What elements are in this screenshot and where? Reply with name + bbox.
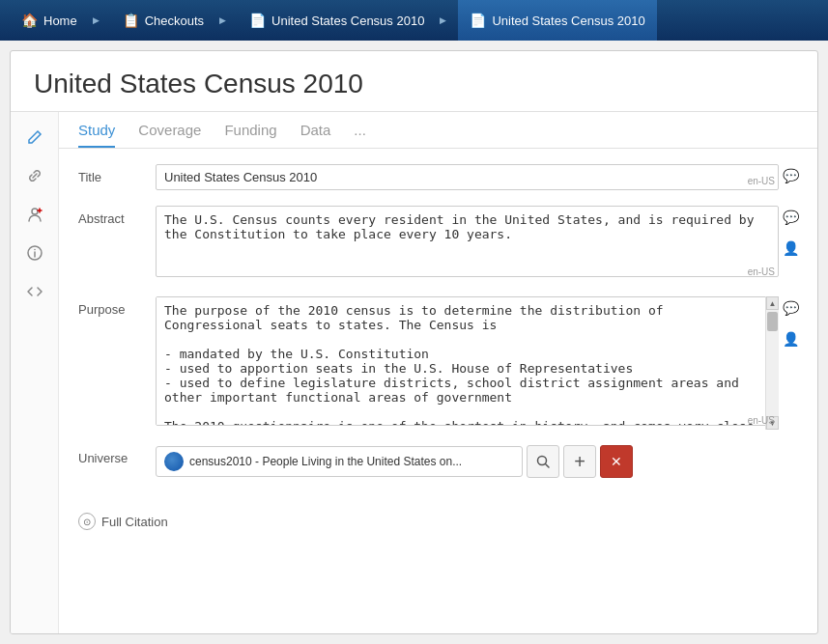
tab-more[interactable]: ...: [354, 122, 366, 148]
form-area: Title en-US 💬 Abstract The U.S. Census c…: [59, 149, 817, 633]
tab-study[interactable]: Study: [78, 122, 115, 148]
tabs-bar: Study Coverage Funding Data ...: [59, 112, 817, 149]
title-comment-icon[interactable]: 💬: [783, 168, 799, 183]
title-field: en-US: [156, 164, 779, 190]
full-citation-row[interactable]: ⊙ Full Citation: [78, 509, 798, 534]
content-area: Study Coverage Funding Data ... Title en…: [11, 112, 817, 633]
page-header: United States Census 2010: [11, 51, 817, 112]
tab-coverage[interactable]: Coverage: [138, 122, 201, 148]
abstract-row: Abstract The U.S. Census counts every re…: [78, 206, 798, 281]
sidebar-edit-icon[interactable]: [17, 120, 52, 154]
left-sidebar: [11, 112, 59, 633]
census1-icon: 📄: [249, 13, 266, 28]
title-input[interactable]: [156, 164, 779, 190]
breadcrumb-home[interactable]: 🏠 Home: [10, 0, 111, 41]
abstract-comment-icon[interactable]: 💬: [783, 210, 799, 225]
purpose-scroll-up[interactable]: ▲: [766, 296, 779, 310]
purpose-comment-icon[interactable]: 💬: [783, 300, 799, 316]
purpose-field: The purpose of the 2010 census is to det…: [156, 296, 779, 430]
abstract-field: The U.S. Census counts every resident in…: [156, 206, 779, 281]
breadcrumb-checkouts-label: Checkouts: [145, 14, 204, 28]
svg-point-0: [32, 209, 38, 214]
tab-funding[interactable]: Funding: [224, 122, 276, 148]
sidebar-info-icon[interactable]: [17, 236, 52, 270]
breadcrumb-home-label: Home: [43, 14, 77, 28]
universe-label: Universe: [78, 445, 156, 465]
title-row: Title en-US 💬: [78, 164, 798, 190]
abstract-textarea-wrapper: The U.S. Census counts every resident in…: [156, 206, 779, 281]
universe-remove-button[interactable]: ✕: [600, 445, 633, 478]
purpose-scrollbar: ▲ ▼: [765, 296, 779, 430]
breadcrumb-nav: 🏠 Home 📋 Checkouts 📄 United States Censu…: [0, 0, 828, 41]
breadcrumb-census2-label: United States Census 2010: [492, 14, 644, 28]
universe-value: census2010 - People Living in the United…: [189, 455, 462, 468]
main-content: Study Coverage Funding Data ... Title en…: [59, 112, 817, 633]
home-icon: 🏠: [21, 13, 38, 28]
purpose-lang: en-US: [748, 415, 775, 426]
purpose-textarea[interactable]: The purpose of the 2010 census is to det…: [156, 296, 779, 426]
title-lang: en-US: [748, 176, 775, 186]
main-container: United States Census 2010: [10, 50, 818, 634]
abstract-user-icon[interactable]: 👤: [783, 240, 799, 256]
purpose-user-icon[interactable]: 👤: [783, 331, 799, 347]
purpose-label: Purpose: [78, 296, 156, 317]
page-title: United States Census 2010: [34, 69, 794, 99]
breadcrumb-census1-label: United States Census 2010: [271, 14, 424, 28]
globe-icon: [164, 452, 184, 471]
universe-add-button[interactable]: +: [563, 445, 596, 478]
checkouts-icon: 📋: [123, 13, 139, 28]
breadcrumb-census-1[interactable]: 📄 United States Census 2010: [238, 0, 458, 41]
abstract-label: Abstract: [78, 206, 156, 226]
breadcrumb-census-2[interactable]: 📄 United States Census 2010: [458, 0, 656, 41]
universe-search-button[interactable]: [527, 445, 559, 478]
purpose-scroll-thumb: [767, 312, 778, 331]
purpose-scroll-track: [766, 310, 779, 416]
sidebar-code-icon[interactable]: [17, 274, 52, 309]
title-label: Title: [78, 164, 156, 184]
abstract-lang: en-US: [748, 266, 775, 277]
census2-icon: 📄: [470, 13, 486, 28]
expand-citation-icon: ⊙: [78, 513, 96, 530]
full-citation-label: Full Citation: [101, 515, 168, 529]
sidebar-link-icon[interactable]: [17, 158, 52, 193]
breadcrumb-checkouts[interactable]: 📋 Checkouts: [111, 0, 238, 41]
universe-row: Universe census2010 - People Living in t…: [78, 445, 798, 493]
tab-data[interactable]: Data: [300, 122, 331, 148]
universe-controls: census2010 - People Living in the United…: [156, 445, 798, 478]
universe-badge: census2010 - People Living in the United…: [156, 446, 523, 477]
abstract-textarea[interactable]: The U.S. Census counts every resident in…: [156, 206, 779, 277]
svg-point-5: [34, 249, 36, 251]
purpose-row: Purpose The purpose of the 2010 census i…: [78, 296, 798, 430]
sidebar-user-icon[interactable]: [17, 197, 52, 232]
purpose-textarea-wrapper: The purpose of the 2010 census is to det…: [156, 296, 779, 430]
svg-line-7: [546, 464, 550, 468]
